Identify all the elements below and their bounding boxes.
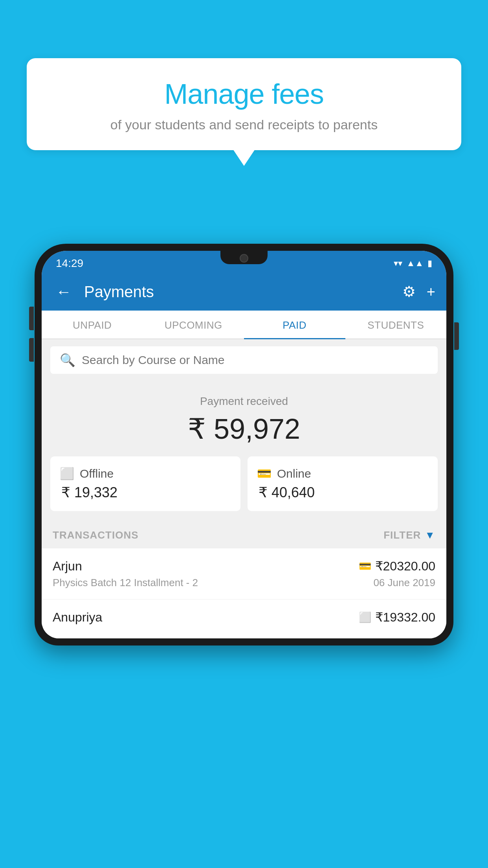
- offline-label: Offline: [80, 467, 114, 480]
- offline-icon-2: ⬜: [359, 611, 371, 623]
- search-input[interactable]: [82, 353, 428, 367]
- offline-payment-icon: ⬜: [60, 467, 74, 480]
- transactions-label: TRANSACTIONS: [53, 529, 139, 541]
- tab-paid[interactable]: PAID: [244, 311, 345, 338]
- transaction-item-arjun[interactable]: Arjun 💳 ₹20320.00 Physics Batch 12 Insta…: [42, 548, 446, 600]
- gear-icon[interactable]: ⚙: [402, 283, 416, 300]
- header-icons: ⚙ +: [402, 283, 435, 300]
- payment-summary: Payment received ₹ 59,972: [42, 381, 446, 456]
- back-button[interactable]: ←: [53, 280, 75, 304]
- transactions-header: TRANSACTIONS FILTER ▼: [42, 522, 446, 548]
- status-time: 14:29: [56, 257, 83, 270]
- offline-payment-card: ⬜ Offline ₹ 19,332: [50, 456, 240, 511]
- online-payment-card: 💳 Online ₹ 40,640: [248, 456, 438, 511]
- phone-volume-up-button: [29, 307, 34, 330]
- filter-label: FILTER: [383, 529, 421, 541]
- signal-icon: ▲▲: [406, 258, 424, 268]
- filter-icon: ▼: [425, 529, 435, 541]
- bubble-title: Manage fees: [42, 78, 446, 110]
- online-label: Online: [277, 467, 311, 480]
- search-bar[interactable]: 🔍: [50, 346, 438, 374]
- transaction-sub-1: Physics Batch 12 Installment - 2 06 June…: [53, 577, 435, 589]
- plus-icon[interactable]: +: [427, 283, 435, 300]
- battery-icon: ▮: [427, 258, 432, 268]
- transaction-row-2: Anupriya ⬜ ₹19332.00: [53, 610, 435, 625]
- online-card-header: 💳 Online: [257, 467, 428, 480]
- phone-notch: [220, 251, 268, 264]
- offline-card-header: ⬜ Offline: [60, 467, 231, 480]
- transaction-item-anupriya[interactable]: Anupriya ⬜ ₹19332.00: [42, 600, 446, 638]
- offline-amount: ₹ 19,332: [60, 484, 231, 501]
- phone-outer: 14:29 ▾▾ ▲▲ ▮ ← Payments ⚙ + UNPAID: [35, 244, 453, 645]
- transaction-name-2: Anupriya: [53, 610, 102, 625]
- tab-students[interactable]: STUDENTS: [345, 311, 447, 338]
- transaction-amount-1: ₹20320.00: [375, 559, 435, 574]
- transaction-amount-wrap-1: 💳 ₹20320.00: [359, 559, 435, 574]
- transaction-amount-wrap-2: ⬜ ₹19332.00: [359, 610, 435, 625]
- bubble-subtitle: of your students and send receipts to pa…: [42, 117, 446, 132]
- payment-received-label: Payment received: [50, 395, 438, 408]
- tab-unpaid[interactable]: UNPAID: [42, 311, 143, 338]
- online-icon-1: 💳: [359, 560, 371, 572]
- transaction-course-1: Physics Batch 12 Installment - 2: [53, 577, 198, 589]
- phone-camera: [240, 254, 248, 263]
- online-amount: ₹ 40,640: [257, 484, 428, 501]
- search-icon: 🔍: [60, 353, 75, 368]
- app-header: ← Payments ⚙ +: [42, 273, 446, 311]
- phone-mockup: 14:29 ▾▾ ▲▲ ▮ ← Payments ⚙ + UNPAID: [35, 244, 453, 868]
- payment-total-amount: ₹ 59,972: [50, 412, 438, 445]
- online-payment-icon: 💳: [257, 467, 272, 480]
- filter-button[interactable]: FILTER ▼: [383, 529, 435, 541]
- phone-volume-down-button: [29, 338, 34, 362]
- transaction-date-1: 06 June 2019: [373, 577, 435, 589]
- phone-power-button: [454, 322, 459, 350]
- speech-bubble: Manage fees of your students and send re…: [27, 58, 461, 150]
- transaction-row-1: Arjun 💳 ₹20320.00: [53, 559, 435, 574]
- tab-upcoming[interactable]: UPCOMING: [143, 311, 244, 338]
- phone-screen: 14:29 ▾▾ ▲▲ ▮ ← Payments ⚙ + UNPAID: [42, 251, 446, 638]
- transaction-amount-2: ₹19332.00: [375, 610, 435, 625]
- header-title: Payments: [84, 283, 393, 301]
- status-icons: ▾▾ ▲▲ ▮: [394, 258, 432, 268]
- wifi-icon: ▾▾: [394, 258, 402, 268]
- payment-cards: ⬜ Offline ₹ 19,332 💳 Online ₹ 40,640: [42, 456, 446, 522]
- main-content: 🔍 Payment received ₹ 59,972 ⬜ Offline: [42, 346, 446, 638]
- transaction-name-1: Arjun: [53, 559, 82, 574]
- tabs-container: UNPAID UPCOMING PAID STUDENTS: [42, 311, 446, 339]
